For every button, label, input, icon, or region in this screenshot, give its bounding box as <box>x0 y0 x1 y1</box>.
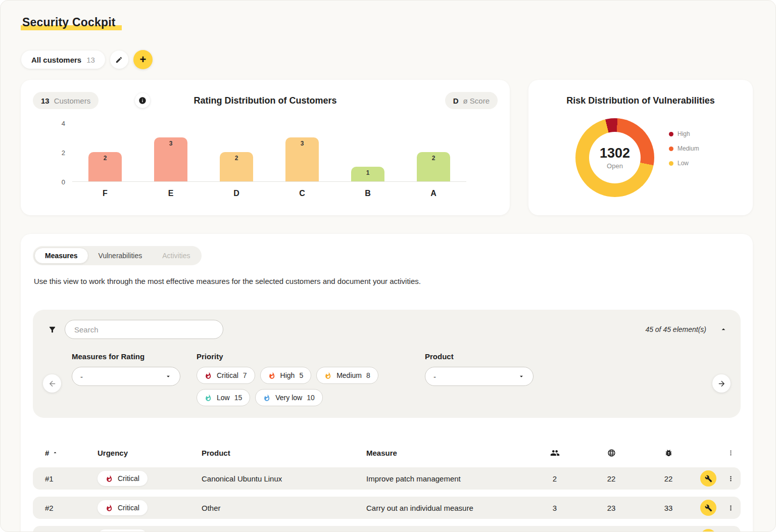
urgency-header: Urgency <box>98 449 202 457</box>
vulnerabilities-count-cell: 22 <box>640 474 697 483</box>
x-axis-label-a: A <box>401 189 466 198</box>
bar-value: 3 <box>154 140 187 147</box>
arrow-left-icon <box>48 379 57 388</box>
table-menu-button[interactable] <box>727 449 735 457</box>
result-count: 45 of 45 element(s) <box>645 325 706 333</box>
sort-by-number-header[interactable]: # <box>45 449 98 457</box>
threats-column-header <box>583 449 640 457</box>
chip-count: 10 <box>307 394 315 402</box>
wrench-icon <box>705 504 712 512</box>
priority-chip-critical[interactable]: Critical7 <box>197 367 255 384</box>
bar-group-d: 2 <box>204 152 269 181</box>
rating-filter-group: Measures for Rating - <box>72 352 180 406</box>
y-axis-tick: 0 <box>62 178 65 186</box>
measure-row[interactable]: #1 Critical Canonical Ubuntu Linux Impro… <box>33 467 741 490</box>
plot-area: 232312 FEDCBA <box>72 123 466 198</box>
legend-dot <box>669 161 673 166</box>
chip-count: 7 <box>243 371 247 379</box>
urgency-cell: Critical <box>98 471 202 486</box>
collapse-filters-button[interactable] <box>719 325 728 333</box>
urgency-badge: Critical <box>98 471 148 486</box>
row-number: #1 <box>45 474 98 483</box>
chevron-up-icon <box>719 325 728 333</box>
filter-controls: Measures for Rating - Priority Critical7… <box>33 339 741 406</box>
table-header: # Urgency Product Measure <box>33 445 741 460</box>
priority-chip-medium[interactable]: Medium8 <box>316 367 378 384</box>
measure-row[interactable]: #2 Critical Other Carry out an individua… <box>33 497 741 519</box>
x-axis-labels: FEDCBA <box>72 189 466 198</box>
customers-column-header <box>527 448 583 458</box>
x-axis-label-b: B <box>335 189 401 198</box>
bar-group-c: 3 <box>269 137 335 181</box>
risk-card-title: Risk Distribution of Vulnerabilities <box>528 95 753 106</box>
average-score-value: D <box>453 96 459 105</box>
urgency-cell: Critical <box>98 529 202 532</box>
view-description: Use this view to work through the most e… <box>34 275 423 287</box>
kebab-icon <box>727 449 735 457</box>
bar-f: 2 <box>88 152 122 181</box>
tab-activities[interactable]: Activities <box>152 248 200 263</box>
priority-filter-group: Priority Critical7High5Medium8Low15Very … <box>197 352 409 406</box>
y-axis-tick: 4 <box>62 120 65 127</box>
measures-card: MeasuresVulnerabilitiesActivities Use th… <box>21 234 753 532</box>
customer-filter-count: 13 <box>86 56 95 64</box>
y-axis-tick: 2 <box>62 149 65 157</box>
scroll-right-button[interactable] <box>712 374 731 393</box>
tab-bar: MeasuresVulnerabilitiesActivities <box>33 246 202 265</box>
measure-row[interactable]: #3 Critical <box>33 526 741 532</box>
priority-chip-very-low[interactable]: Very low10 <box>255 389 323 406</box>
customer-selector-row: All customers 13 + <box>21 50 153 69</box>
legend-label: Low <box>677 160 689 167</box>
bar-value: 2 <box>220 155 253 162</box>
plus-icon: + <box>139 53 146 66</box>
rating-distribution-card: 13 Customers Rating Distribution of Cust… <box>21 80 510 215</box>
priority-chip-low[interactable]: Low15 <box>197 389 250 406</box>
average-score-badge: D ø Score <box>445 92 498 109</box>
scroll-left-button[interactable] <box>43 374 61 393</box>
product-select-value: - <box>433 372 436 381</box>
sort-ascending-icon <box>52 450 58 456</box>
urgency-label: Critical <box>118 474 139 482</box>
y-axis: 024 <box>51 123 72 182</box>
edit-customers-button[interactable] <box>110 51 128 69</box>
row-menu-button[interactable] <box>727 475 735 482</box>
customer-filter-pill[interactable]: All customers 13 <box>21 51 105 69</box>
rating-select-value: - <box>80 372 83 381</box>
add-customer-button[interactable]: + <box>133 50 153 69</box>
wrench-icon <box>705 475 712 482</box>
security-cockpit-page: Security Cockpit All customers 13 + 13 C… <box>0 0 776 532</box>
page-title: Security Cockpit <box>22 16 122 29</box>
priority-chips: Critical7High5Medium8Low15Very low10 <box>197 367 409 406</box>
rating-bar-chart: 024 232312 FEDCBA <box>51 123 466 198</box>
search-input[interactable] <box>65 320 223 339</box>
bar-group-a: 2 <box>401 152 466 181</box>
risk-distribution-card: Risk Distribution of Vulnerabilities 130… <box>528 80 753 215</box>
x-axis-label-d: D <box>204 189 269 198</box>
globe-icon <box>607 449 616 457</box>
measure-cell: Carry out an individual measure <box>366 504 527 512</box>
bar-d: 2 <box>220 152 253 181</box>
flame-icon <box>268 372 276 379</box>
product-select[interactable]: - <box>425 367 534 386</box>
fix-measure-button[interactable] <box>700 470 716 487</box>
tab-measures[interactable]: Measures <box>34 248 88 264</box>
kebab-icon <box>727 475 735 482</box>
fix-measure-button[interactable] <box>700 529 716 532</box>
x-axis-label-c: C <box>269 189 335 198</box>
legend-label: High <box>677 130 690 137</box>
vulnerabilities-column-header <box>640 449 697 457</box>
customers-count-cell: 3 <box>527 504 583 512</box>
fix-measure-button[interactable] <box>700 500 716 516</box>
chip-count: 5 <box>299 371 303 379</box>
row-menu-button[interactable] <box>727 504 735 512</box>
urgency-badge: Critical <box>98 529 148 532</box>
priority-chip-high[interactable]: High5 <box>260 367 312 384</box>
measure-cell: Improve patch management <box>366 474 527 483</box>
tab-vulnerabilities[interactable]: Vulnerabilities <box>88 248 153 263</box>
rating-select[interactable]: - <box>72 367 180 386</box>
bar-plot: 232312 <box>72 123 466 182</box>
chevron-down-icon <box>165 373 172 380</box>
open-vulnerabilities-label: Open <box>607 162 623 170</box>
bar-value: 2 <box>417 155 450 162</box>
row-number: #2 <box>45 504 98 512</box>
